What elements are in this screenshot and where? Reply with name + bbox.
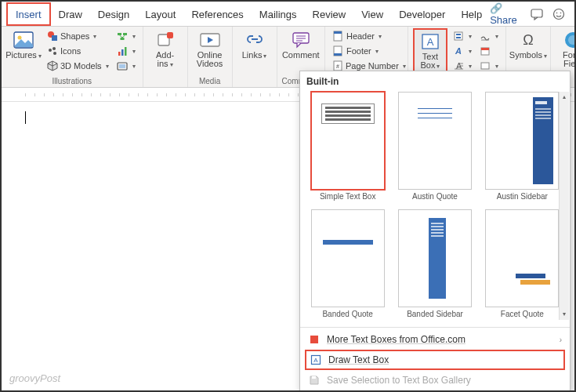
3d-models-button[interactable]: 3D Models: [44, 59, 111, 73]
svg-point-3: [560, 12, 562, 13]
share-button[interactable]: 🔗 Share: [490, 2, 521, 26]
thumb-caption: Simple Text Box: [320, 190, 376, 205]
smartart-icon: [117, 31, 129, 42]
tab-view[interactable]: View: [353, 4, 391, 24]
thumb-banded-quote[interactable]: Banded Quote: [306, 209, 389, 322]
page-surface[interactable]: [25, 111, 26, 124]
wordart-icon: A: [453, 45, 465, 57]
page-number-label: Page Number: [346, 61, 399, 71]
icons-label: Icons: [60, 46, 81, 56]
svg-point-2: [556, 12, 558, 13]
form-field-label: Form Field: [563, 51, 576, 68]
thumb-caption: Banded Quote: [322, 307, 373, 322]
svg-rect-45: [312, 376, 316, 379]
svg-rect-11: [118, 33, 121, 35]
online-videos-label: Online Videos: [197, 51, 223, 68]
quick-parts-icon: [453, 31, 465, 42]
symbols-label: Symbols: [509, 51, 547, 60]
comments-icon[interactable]: [531, 7, 543, 21]
header-label: Header: [346, 31, 375, 41]
pictures-label: Pictures: [5, 51, 42, 60]
tab-mailings[interactable]: Mailings: [252, 4, 305, 24]
tab-bar: Insert Draw Design Layout References Mai…: [2, 2, 574, 27]
group-links: Links: [233, 27, 277, 87]
screenshot-button[interactable]: [114, 59, 138, 73]
screenshot-icon: [117, 60, 129, 72]
form-field-button[interactable]: Form Field: [556, 28, 576, 75]
quick-parts-button[interactable]: [451, 29, 474, 43]
smiley-icon[interactable]: [552, 7, 565, 21]
illustrations-group-label: Illustrations: [53, 76, 92, 87]
svg-rect-12: [123, 33, 127, 35]
header-icon: [332, 31, 344, 42]
tab-help[interactable]: Help: [453, 4, 490, 24]
chart-button[interactable]: [114, 44, 138, 58]
shapes-button[interactable]: Shapes: [44, 29, 111, 43]
tab-layout[interactable]: Layout: [137, 4, 183, 24]
svg-text:#: #: [336, 64, 339, 69]
footer-button[interactable]: Footer: [330, 44, 403, 58]
thumb-banded-sidebar[interactable]: Banded Sidebar: [393, 209, 476, 322]
office-icon: [308, 333, 321, 346]
svg-text:A: A: [313, 357, 318, 364]
save-selection-item: Save Selection to Text Box Gallery: [300, 370, 570, 390]
icons-button[interactable]: Icons: [44, 44, 111, 58]
thumb-facet-quote[interactable]: Facet Quote: [481, 209, 563, 322]
links-label: Links: [242, 51, 267, 60]
wordart-button[interactable]: A: [451, 44, 474, 58]
more-text-boxes-item[interactable]: More Text Boxes from Office.com ›: [300, 329, 570, 350]
addins-label: Add- ins: [156, 51, 174, 69]
shapes-icon: [46, 31, 58, 42]
header-button[interactable]: Header: [330, 29, 403, 43]
thumb-caption: Facet Quote: [501, 307, 544, 322]
thumb-austin-quote[interactable]: Austin Quote: [393, 92, 476, 205]
text-box-button[interactable]: A Text Box: [413, 28, 447, 75]
date-time-button[interactable]: [477, 44, 501, 58]
svg-rect-26: [334, 53, 342, 56]
svg-rect-15: [121, 49, 124, 56]
pictures-button[interactable]: Pictures: [6, 28, 41, 75]
svg-text:Ω: Ω: [523, 32, 533, 48]
tab-review[interactable]: Review: [305, 4, 354, 24]
video-icon: [199, 30, 221, 50]
thumb-simple-text-box[interactable]: Simple Text Box: [306, 92, 389, 205]
save-selection-label: Save Selection to Text Box Gallery: [327, 375, 471, 386]
gallery-scrollbar[interactable]: ▴▾: [559, 92, 569, 320]
addins-button[interactable]: Add- ins: [148, 28, 183, 75]
smartart-button[interactable]: [114, 29, 138, 43]
svg-rect-7: [52, 35, 57, 41]
draw-text-box-item[interactable]: A Draw Text Box: [305, 350, 565, 370]
tab-insert[interactable]: Insert: [6, 2, 51, 26]
chart-icon: [117, 45, 129, 57]
signature-button[interactable]: [477, 29, 501, 43]
footer-icon: [332, 45, 344, 57]
save-icon: [308, 374, 321, 387]
group-illustrations: Pictures Shapes Icons 3D Models Illustra…: [2, 27, 143, 87]
links-button[interactable]: Links: [237, 28, 272, 75]
svg-text:A: A: [427, 36, 434, 48]
online-videos-button[interactable]: Online Videos: [193, 28, 227, 75]
svg-rect-13: [121, 38, 125, 40]
text-box-dropdown: Built-in Simple Text Box Austin Quote Au…: [299, 71, 571, 391]
tab-developer[interactable]: Developer: [391, 4, 453, 24]
svg-rect-37: [481, 48, 489, 50]
comment-button[interactable]: Comment: [284, 28, 318, 75]
thumb-austin-sidebar[interactable]: Austin Sidebar: [481, 92, 563, 205]
text-cursor: [25, 111, 26, 124]
symbols-button[interactable]: Ω Symbols: [511, 28, 545, 75]
thumb-caption: Banded Sidebar: [407, 307, 463, 322]
tab-references[interactable]: References: [183, 4, 251, 24]
svg-point-5: [18, 36, 22, 40]
signature-icon: [480, 31, 491, 42]
text-box-icon: A: [419, 31, 441, 52]
svg-rect-32: [456, 34, 461, 35]
footer-label: Footer: [346, 46, 371, 56]
pictures-icon: [13, 30, 34, 50]
draw-text-box-icon: A: [310, 354, 322, 366]
date-time-icon: [480, 45, 491, 57]
svg-rect-42: [310, 336, 318, 343]
3d-models-label: 3D Models: [60, 61, 102, 71]
tab-design[interactable]: Design: [90, 4, 137, 24]
tab-draw[interactable]: Draw: [51, 4, 90, 24]
text-box-label: Text Box: [420, 53, 440, 71]
